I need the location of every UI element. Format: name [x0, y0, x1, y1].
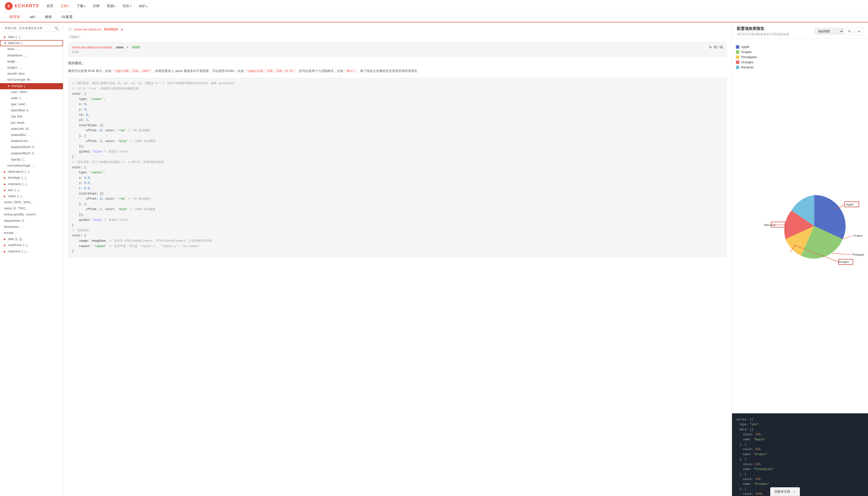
tree-item-showabove[interactable]: showAbove ... , [0, 52, 63, 59]
tree-item-datasetIndex[interactable]: datasetIndex: 0 , [0, 218, 63, 224]
label-line-grapes [843, 236, 852, 239]
legend-pineapples: Pineapples [736, 55, 760, 59]
old-doc-label[interactable]: 旧版本文档 [774, 490, 790, 494]
logo-text: ECHARTS [15, 3, 39, 9]
nav-download[interactable]: 下载 [77, 3, 86, 9]
pie-chart-container: Apple Grapes Pineapples Oranges [764, 43, 864, 409]
tree-item-join[interactable]: join: bevel , [0, 120, 63, 126]
tree-item-cap[interactable]: cap: butt , [0, 113, 63, 120]
old-doc-close[interactable]: ✕ [793, 490, 796, 494]
chart-label-pineapples: Pineapples [852, 253, 864, 256]
tree-item-minTurnAngle[interactable]: minTurnAngle: 90 , [0, 77, 63, 83]
param-property: color [116, 45, 124, 49]
tree-item-miterLimit[interactable]: miterLimit: 10 , [0, 126, 63, 132]
logo: E ECHARTS [5, 2, 39, 10]
tree-item-markPoint[interactable]: ▶ markPoint: {...} , [0, 242, 63, 248]
tree-item-lineStyle[interactable]: ▼ lineStyle: { [0, 83, 63, 89]
tree-item-length[interactable]: length ... , [0, 59, 63, 65]
try-label: 试一试 [714, 45, 723, 49]
tree-item-markLine[interactable]: ▶ markLine: {...} , [0, 248, 63, 254]
legend-color-bananas [736, 66, 739, 69]
param-value: "#000" [131, 45, 141, 49]
code-inline-3: '#ccc' [344, 69, 357, 73]
legend-label-oranges: Oranges [741, 60, 753, 64]
tab-api[interactable]: API [25, 12, 40, 22]
label-line-pineapples [832, 253, 851, 254]
tree-item-data[interactable]: ▶ data: [{...}] , [0, 236, 63, 242]
tree-item-show[interactable]: show ... , [0, 46, 63, 52]
object-tag: Object [68, 35, 80, 39]
tree-item-color[interactable]: color: "#000" , [0, 89, 63, 95]
tree-item-dimensions[interactable]: dimensions ... , [0, 224, 63, 230]
legend-label-bananas: Bananas [741, 65, 753, 69]
breadcrumb: series-pie.labelLine. lineStyle ◄ [68, 27, 727, 31]
legend-apple: Apple [736, 45, 760, 49]
chart-label-bananas: Bananas [764, 223, 775, 226]
tree-item-label[interactable]: ▶ label: {...} , [0, 34, 63, 40]
main-layout: 🔍 ▶ label: {...} , ▼ labelLine: { show .… [0, 22, 868, 496]
tab-tutorial[interactable]: 教程 [40, 12, 57, 22]
chart-legend: Apple Grapes Pineapples Oranges Bananas [736, 43, 760, 407]
content-area: series-pie.labelLine. lineStyle ◄ Object… [63, 22, 732, 496]
breadcrumb-dot [68, 27, 72, 31]
tab-config[interactable]: 配置项 [5, 12, 25, 22]
legend-grapes: Grapes [736, 50, 760, 54]
right-panel: 配置项效果预览 调节控件可预览配置填项不同取值的效果 基础饼图 ↻ ≡ [732, 22, 868, 496]
tree-item-seriesLayoutBy[interactable]: seriesLayoutBy: 'column' , [0, 212, 63, 218]
chart-type-select[interactable]: 基础饼图 [814, 28, 844, 35]
tree-item-center[interactable]: center: ['50%', '50%'] , [0, 199, 63, 205]
nav-asf[interactable]: ASF [139, 3, 147, 9]
refresh-icon: ↻ [709, 45, 712, 49]
sub-nav: 配置项 API 教程 GL配置 [0, 12, 868, 22]
tree-item-smooth[interactable]: smooth: false , [0, 71, 63, 77]
tree-item-encode[interactable]: encode ... , [0, 230, 63, 236]
tree-item-shadowBlur[interactable]: shadowBlur ... , [0, 132, 63, 138]
tree-item-labelLayout[interactable]: ▶ labelLayout: {...} , [0, 169, 63, 175]
legend-color-oranges [736, 61, 739, 64]
tree-item-shadowOffsetY[interactable]: shadowOffsetY: 0 , [0, 151, 63, 157]
refresh-icon: ↻ [848, 30, 851, 33]
tree-item-shadowOffsetX[interactable]: shadowOffsetX: 0 , [0, 144, 63, 150]
tree-item-radius[interactable]: radius: [0, '75%'] , [0, 205, 63, 212]
tree-item-length2[interactable]: length2 ... , [0, 65, 63, 71]
nav-community[interactable]: 社区 [123, 3, 131, 9]
top-nav: E ECHARTS 首页 文档 下载 示例 资源 社区 ASF [0, 0, 868, 12]
list-button[interactable]: ≡ [855, 28, 863, 35]
search-box[interactable]: 🔍 [2, 25, 61, 32]
legend-color-grapes [736, 50, 739, 54]
nav-home[interactable]: 首页 [46, 3, 53, 9]
nav-examples[interactable]: 示例 [93, 3, 100, 9]
legend-color-apple [736, 45, 739, 49]
tree-item-type[interactable]: type: 'solid' , [0, 102, 63, 107]
search-input[interactable] [5, 27, 54, 30]
chart-label-grapes: Grapes [853, 234, 863, 237]
old-doc-banner: 旧版本文档 ✕ [770, 487, 800, 496]
tree-item-width[interactable]: width: 1 , [0, 95, 63, 102]
logo-letter: E [7, 4, 10, 8]
list-icon: ≡ [858, 30, 860, 33]
tree-item-select[interactable]: ▶ select: {...} , [0, 193, 63, 199]
tree-item-labelline[interactable]: ▼ labelLine: { [0, 40, 63, 46]
tree-item-maxSurfaceAngle[interactable]: maxSurfaceAngle ... , [0, 162, 63, 169]
toggle-icon: ▶ [4, 35, 7, 40]
pie-chart-svg: Apple Grapes Pineapples Oranges [764, 43, 864, 409]
nav-resources[interactable]: 资源 [107, 3, 116, 9]
tab-gl-config[interactable]: GL配置 [57, 12, 78, 22]
search-icon[interactable]: 🔍 [54, 26, 58, 30]
preview-header: 配置项效果预览 调节控件可预览配置填项不同取值的效果 基础饼图 ↻ ≡ [732, 22, 868, 38]
tree-item-emphasis[interactable]: ▶ emphasis: {...} , [0, 181, 63, 187]
refresh-button[interactable]: ↻ [846, 28, 853, 35]
description-text: 颜色可以使用 RGB 表示，比如 'rgb(128, 128, 128)'，如果… [68, 68, 727, 74]
try-button[interactable]: ↻ 试一试 [709, 45, 723, 49]
tree-item-blur[interactable]: ▶ blur: {...} , [0, 187, 63, 193]
param-section: series-pie.labelLine.lineStyle. color = … [68, 42, 727, 57]
tree-item-shadowColor[interactable]: shadowColor ... , [0, 138, 63, 144]
nav-docs[interactable]: 文档 [61, 3, 69, 9]
sidebar: 🔍 ▶ label: {...} , ▼ labelLine: { show .… [0, 22, 63, 496]
legend-bananas: Bananas [736, 65, 760, 69]
param-eq: = [126, 45, 128, 49]
tree-item-itemStyle[interactable]: ▶ itemStyle: {...} , [0, 175, 63, 181]
tree-item-opacity[interactable]: opacity: 1 , [0, 157, 63, 162]
tree-item-dashOffset[interactable]: dashOffset: 0 , [0, 107, 63, 113]
code-comment-1: // 线性渐变，前四个参数分别是 x0, y0, x2, y2, 范围从 0 ~… [72, 82, 234, 85]
